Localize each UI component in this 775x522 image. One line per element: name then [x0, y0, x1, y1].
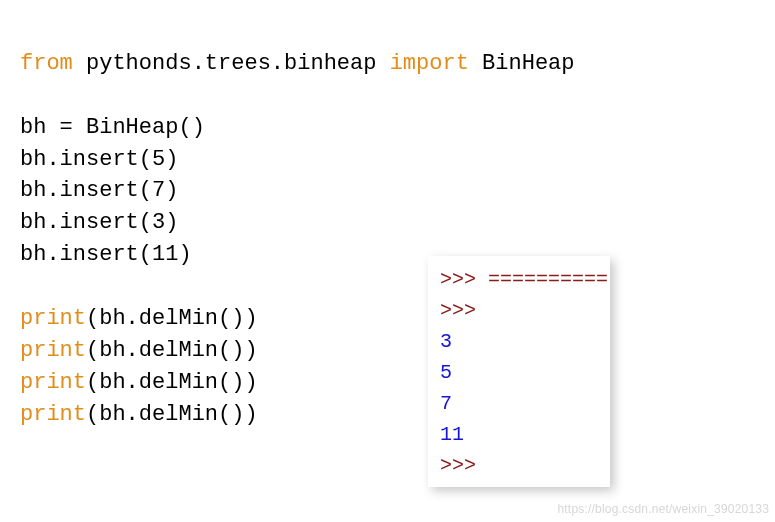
- watermark-text: https://blog.csdn.net/weixin_39020133: [557, 501, 769, 518]
- keyword-from: from: [20, 51, 73, 76]
- output-line-val-1: 3: [440, 326, 598, 357]
- code-line-insert-11: bh.insert(11): [20, 242, 192, 267]
- output-line-val-2: 5: [440, 357, 598, 388]
- call-delmin-3: (bh.delMin()): [86, 370, 258, 395]
- output-line-prompt-end: >>>: [440, 450, 598, 481]
- keyword-import: import: [390, 51, 469, 76]
- output-line-val-3: 7: [440, 388, 598, 419]
- output-line-restart: >>> ==========: [440, 264, 598, 295]
- prompt-icon: >>>: [440, 268, 488, 291]
- output-panel: >>> ========== >>> 3 5 7 11 >>>: [428, 256, 610, 487]
- output-line-empty: >>>: [440, 295, 598, 326]
- code-block: from pythonds.trees.binheap import BinHe…: [20, 16, 755, 431]
- prompt-icon: >>>: [440, 454, 476, 477]
- output-line-val-4: 11: [440, 419, 598, 450]
- code-line-insert-3: bh.insert(3): [20, 210, 178, 235]
- call-delmin-2: (bh.delMin()): [86, 338, 258, 363]
- output-value: 5: [440, 361, 452, 384]
- keyword-print-1: print: [20, 306, 86, 331]
- prompt-icon: >>>: [440, 299, 476, 322]
- call-delmin-1: (bh.delMin()): [86, 306, 258, 331]
- code-line-assign: bh = BinHeap(): [20, 115, 205, 140]
- code-line-insert-5: bh.insert(5): [20, 147, 178, 172]
- keyword-print-3: print: [20, 370, 86, 395]
- code-line-insert-7: bh.insert(7): [20, 178, 178, 203]
- keyword-print-2: print: [20, 338, 86, 363]
- import-path: pythonds.trees.binheap: [73, 51, 390, 76]
- restart-separator: ==========: [488, 268, 608, 291]
- class-name: BinHeap: [469, 51, 575, 76]
- keyword-print-4: print: [20, 402, 86, 427]
- output-value: 3: [440, 330, 452, 353]
- output-value: 7: [440, 392, 452, 415]
- call-delmin-4: (bh.delMin()): [86, 402, 258, 427]
- output-value: 11: [440, 423, 464, 446]
